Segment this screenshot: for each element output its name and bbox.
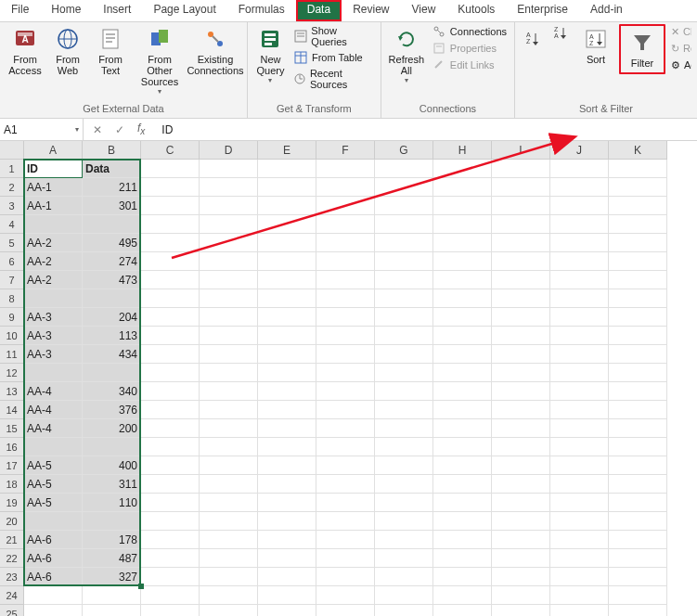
cell[interactable]	[316, 494, 375, 512]
row-header[interactable]: 14	[0, 401, 24, 419]
cell[interactable]	[258, 215, 316, 234]
clear-filter-button[interactable]: ✕Cle	[669, 24, 691, 39]
cell[interactable]	[141, 252, 200, 271]
cell[interactable]	[550, 327, 609, 345]
cell[interactable]	[550, 605, 609, 616]
cell[interactable]	[609, 456, 667, 475]
cell[interactable]: AA-5	[24, 475, 83, 494]
cell[interactable]	[433, 438, 492, 456]
cell[interactable]	[375, 271, 433, 289]
cell[interactable]	[316, 549, 375, 568]
cell[interactable]	[492, 605, 550, 616]
cell[interactable]	[258, 160, 316, 178]
cell[interactable]	[433, 512, 492, 531]
column-header[interactable]: G	[375, 141, 433, 160]
cell[interactable]	[316, 456, 375, 475]
cell[interactable]	[492, 531, 550, 549]
cell[interactable]	[316, 419, 375, 438]
cell[interactable]: 311	[83, 475, 141, 494]
cell[interactable]	[492, 160, 550, 178]
cell[interactable]	[200, 197, 258, 215]
cell[interactable]	[433, 178, 492, 197]
cell[interactable]	[258, 531, 316, 549]
cell[interactable]	[550, 252, 609, 271]
column-header[interactable]: C	[141, 141, 200, 160]
cell[interactable]	[492, 252, 550, 271]
row-header[interactable]: 3	[0, 197, 24, 215]
cell[interactable]	[200, 568, 258, 586]
cell[interactable]: AA-2	[24, 234, 83, 252]
row-header[interactable]: 15	[0, 419, 24, 438]
cell[interactable]	[492, 512, 550, 531]
formula-input[interactable]: ID	[154, 119, 697, 140]
cell[interactable]	[200, 327, 258, 345]
cell[interactable]	[83, 215, 141, 234]
connections-button[interactable]: Connections	[430, 24, 509, 39]
column-header[interactable]: B	[83, 141, 141, 160]
cell[interactable]	[433, 308, 492, 327]
column-header[interactable]: J	[550, 141, 609, 160]
cell[interactable]	[258, 308, 316, 327]
cell[interactable]	[258, 345, 316, 364]
cell[interactable]	[375, 289, 433, 308]
cell[interactable]	[141, 475, 200, 494]
cell[interactable]	[258, 475, 316, 494]
cell[interactable]	[492, 289, 550, 308]
cell[interactable]	[375, 549, 433, 568]
cell[interactable]	[316, 605, 375, 616]
cell[interactable]: AA-3	[24, 345, 83, 364]
cell[interactable]	[375, 456, 433, 475]
cell[interactable]	[316, 289, 375, 308]
cell[interactable]: AA-6	[24, 531, 83, 549]
cell[interactable]	[141, 271, 200, 289]
cell[interactable]	[433, 160, 492, 178]
cell[interactable]	[550, 345, 609, 364]
cell[interactable]: AA-5	[24, 456, 83, 475]
row-header[interactable]: 1	[0, 160, 24, 178]
cell[interactable]	[200, 531, 258, 549]
cell[interactable]	[375, 494, 433, 512]
cell[interactable]	[316, 382, 375, 401]
cell[interactable]	[141, 605, 200, 616]
cell[interactable]	[375, 512, 433, 531]
cell[interactable]	[141, 586, 200, 605]
cell[interactable]	[433, 252, 492, 271]
cell[interactable]	[433, 271, 492, 289]
cell[interactable]	[141, 289, 200, 308]
cell[interactable]	[492, 271, 550, 289]
cell[interactable]: AA-4	[24, 419, 83, 438]
cell[interactable]	[316, 234, 375, 252]
cell[interactable]	[609, 327, 667, 345]
cell[interactable]	[200, 401, 258, 419]
cell[interactable]	[609, 178, 667, 197]
cell[interactable]	[433, 345, 492, 364]
cell[interactable]	[375, 308, 433, 327]
cell[interactable]	[24, 289, 83, 308]
cell[interactable]: 274	[83, 252, 141, 271]
cell[interactable]	[550, 512, 609, 531]
cell[interactable]	[24, 605, 83, 616]
cell[interactable]	[200, 438, 258, 456]
cell[interactable]	[550, 382, 609, 401]
cell[interactable]	[609, 549, 667, 568]
cell[interactable]: 495	[83, 234, 141, 252]
cell[interactable]	[83, 605, 141, 616]
cell[interactable]	[316, 438, 375, 456]
cell[interactable]	[492, 364, 550, 382]
cell[interactable]	[492, 215, 550, 234]
cell[interactable]	[200, 419, 258, 438]
cell[interactable]	[550, 364, 609, 382]
cell[interactable]: 178	[83, 531, 141, 549]
cell[interactable]	[258, 419, 316, 438]
cell[interactable]: 110	[83, 494, 141, 512]
cell[interactable]: AA-2	[24, 271, 83, 289]
sort-za-button[interactable]: ZA	[549, 24, 573, 41]
cell[interactable]	[609, 289, 667, 308]
cell[interactable]	[141, 178, 200, 197]
cell[interactable]	[316, 271, 375, 289]
cell[interactable]	[433, 605, 492, 616]
row-header[interactable]: 17	[0, 456, 24, 475]
cell[interactable]	[200, 605, 258, 616]
cell[interactable]	[433, 401, 492, 419]
cell[interactable]	[375, 475, 433, 494]
